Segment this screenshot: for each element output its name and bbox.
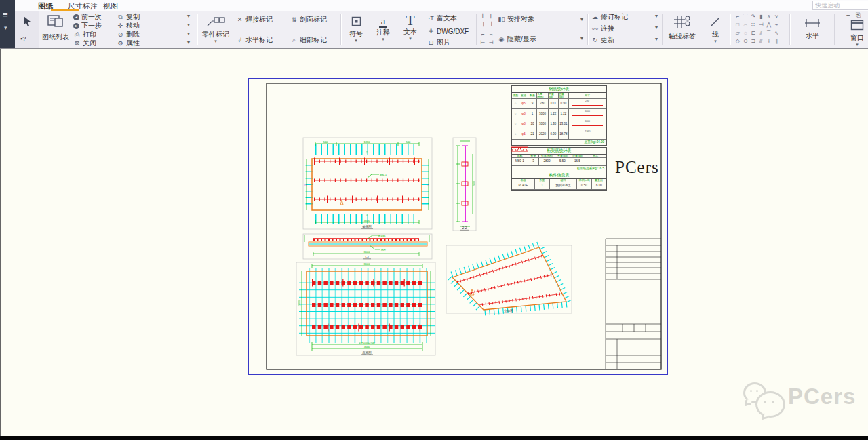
drawing-sheet[interactable]: 560 1880 560 3000 M80-1 ▽ ▽ ◁ ▷ 俯视图 [248, 78, 668, 375]
dropdown-caret[interactable]: ▾ [580, 35, 583, 41]
table-cell: ○ [512, 119, 519, 129]
close-button[interactable]: ⊠ 关闭 [73, 39, 96, 47]
table-cell: 3 [528, 158, 539, 166]
grid-label-icon [673, 14, 691, 29]
sketch-shape-icon[interactable]: ∧ [765, 13, 773, 21]
sketch-shape-icon[interactable]: ▱ [734, 29, 742, 37]
sketch-shape-icon[interactable]: ⌒ [742, 13, 750, 21]
drawing-list-button[interactable]: 图纸列表 [42, 14, 69, 42]
sketch-shape-icon[interactable]: ⊐ [749, 37, 757, 45]
sketch-shape-icon[interactable]: ∷ [749, 21, 757, 29]
tab-views[interactable]: 视图 [103, 1, 118, 12]
print-button[interactable]: ⎙ 打印 [73, 31, 96, 39]
text-button[interactable]: T 文本 ▾ [397, 13, 423, 40]
window-button[interactable]: 窗口 ▾ [842, 20, 868, 46]
weld-mark-button[interactable]: ✕ 焊接标记 [236, 16, 273, 24]
sketch-shape-icon[interactable]: ∥ [773, 37, 781, 45]
inquire-tool-icon[interactable]: ▪? [20, 35, 26, 42]
dropdown-caret[interactable]: ▾ [655, 13, 658, 19]
hide-show-button[interactable]: ◉ 隐藏/显示 [498, 35, 536, 43]
ribbon-keep-open-icon[interactable]: ⎘ [856, 12, 861, 19]
arrange-icon[interactable]: ⊢ [479, 39, 487, 47]
select-arrow-icon[interactable] [22, 16, 31, 27]
arrange-icon[interactable]: ⌋ [487, 20, 495, 28]
next-button[interactable]: ▸ 下一步 [73, 22, 102, 30]
dwg-dxf-button[interactable]: ✚ DWG/DXF [427, 27, 469, 35]
delete-button[interactable]: ⊘ 删除 [117, 31, 140, 39]
sketch-shape-icon[interactable]: ⁞ [765, 37, 773, 45]
ribbon-minimize-icon[interactable]: − [846, 12, 850, 19]
svg-text:3000: 3000 [364, 346, 370, 348]
dropdown-caret[interactable]: ▾ [343, 39, 369, 42]
table-cell: 6.00 [592, 182, 606, 190]
table-cell: 280 [569, 99, 606, 109]
sketch-shape-icon[interactable]: ⌒ [765, 29, 773, 37]
symbol-button[interactable]: 符号 ▾ [343, 16, 369, 42]
rail-caret-icon[interactable]: ▾ [4, 24, 7, 31]
revision-mark-button[interactable]: ☁ 修订标记 [591, 13, 628, 21]
level-mark-button[interactable]: ↲ 水平标记 [236, 36, 273, 44]
dropdown-caret[interactable]: ▾ [655, 24, 658, 31]
sketch-shape-icon[interactable]: ⋎ [773, 13, 781, 21]
sketch-shape-icon[interactable]: ⊏ [749, 29, 757, 37]
note-button[interactable]: a 注释 ▾ [370, 15, 396, 41]
side-section-view[interactable]: 2400 2-2 [453, 138, 476, 231]
sketch-shape-icon[interactable]: ⌐ [734, 13, 742, 21]
dropdown-caret[interactable]: ▾ [397, 37, 423, 40]
section-mark-button[interactable]: ⇅ 剖面标记 [290, 16, 327, 24]
sketch-shape-icon[interactable]: ⫻ [757, 37, 766, 45]
arrange-icon[interactable]: ⊣ [487, 39, 495, 47]
line-button[interactable]: 线 ▾ [705, 16, 726, 43]
sketch-shape-icon[interactable]: ◌ [742, 29, 750, 37]
previous-button[interactable]: ◂ 前一次 [73, 13, 102, 21]
dropdown-caret[interactable]: ▾ [187, 13, 190, 19]
sketch-shape-icon[interactable]: ◇ [734, 37, 742, 45]
section-view[interactable]: 桁架筋 网片 3000 1-1 [303, 234, 432, 259]
image-button[interactable]: ⊡ 图片 [427, 39, 450, 47]
hamburger-menu-icon[interactable]: ≡ [3, 9, 8, 20]
sketch-shape-icon[interactable]: ⌁ [773, 21, 781, 29]
arrange-icon[interactable]: ⌐ [479, 31, 487, 39]
update-button[interactable]: ↻ 更新 [591, 36, 614, 44]
rich-text-button[interactable]: ·T 富文本 [427, 14, 457, 22]
grid-label-button[interactable]: 轴线标签 [665, 14, 700, 41]
dropdown-caret[interactable]: ▾ [187, 31, 190, 37]
isometric-view[interactable]: 立体图 [446, 245, 572, 313]
properties-button[interactable]: ⚙ 属性 [117, 39, 140, 47]
dropdown-caret[interactable]: ▾ [199, 39, 232, 43]
part-mark-button[interactable]: 零件标记 ▾ [199, 15, 232, 43]
move-button[interactable]: ✛ 移动 [117, 22, 140, 30]
bottom-view[interactable]: 3000 2400 18×150=2700 3000 底视图 [296, 262, 435, 356]
arrange-icon[interactable]: ⌈ [487, 12, 495, 20]
link-button[interactable]: ⧟ 连接 [591, 24, 614, 33]
dropdown-caret[interactable]: ▾ [187, 22, 190, 28]
sketch-shape-icon[interactable]: ↷ [749, 13, 757, 21]
arrange-icons-cluster: ⌊⌈⌉⌋ [479, 12, 495, 28]
sketch-shape-icon[interactable]: ∿ [773, 29, 781, 37]
dropdown-caret[interactable]: ▾ [187, 39, 190, 45]
title-block [606, 239, 661, 369]
table-cell: 1.30 [549, 119, 559, 129]
dropdown-caret[interactable]: ▾ [842, 43, 868, 46]
quick-launch-input[interactable] [812, 1, 868, 10]
drawing-list-icon [47, 14, 64, 30]
horizontal-dimension-button[interactable]: 水平 [795, 18, 830, 41]
dropdown-caret[interactable]: ▾ [705, 39, 726, 43]
copy-button[interactable]: ⧉ 复制 [117, 13, 140, 21]
dropdown-caret[interactable]: ▾ [580, 16, 583, 22]
sketch-shape-icon[interactable]: ▮ [757, 13, 766, 21]
arrange-icon[interactable]: ⌉ [479, 20, 487, 28]
sketch-shape-icon[interactable]: ⌓ [742, 21, 750, 29]
sketch-shape-icon[interactable]: ⊣ [757, 21, 766, 29]
sketch-shape-icon[interactable]: ⊖ [742, 37, 750, 45]
arrange-icon[interactable]: ⌊ [479, 12, 487, 20]
dropdown-caret[interactable]: ▾ [370, 37, 396, 41]
arrange-objects-button[interactable]: ▮▯ 安排对象 [498, 15, 534, 23]
sketch-shape-icon[interactable]: ⫽ [757, 29, 766, 37]
sketch-shape-icon[interactable]: ⋀ [765, 21, 773, 29]
arrange-icon[interactable]: ¬ [487, 31, 495, 39]
sketch-shape-icon[interactable]: □ [734, 21, 742, 29]
detail-mark-button[interactable]: ⌕ 细部标记 [290, 36, 327, 44]
dropdown-caret[interactable]: ▾ [655, 36, 658, 42]
plan-view[interactable]: 560 1880 560 3000 M80-1 ▽ ▽ ◁ ▷ 俯视图 [303, 138, 432, 229]
